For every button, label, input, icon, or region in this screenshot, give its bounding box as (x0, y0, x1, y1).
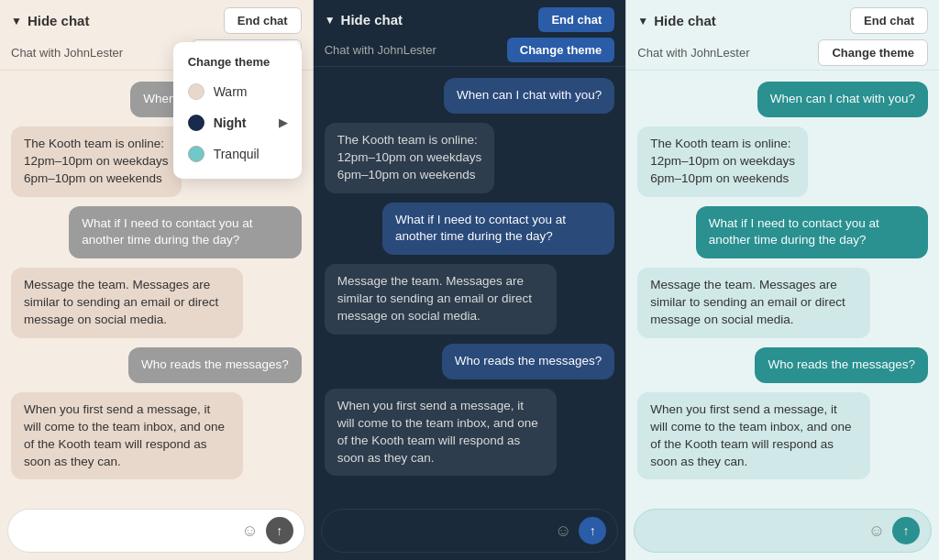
message-user-2: What if I need to contact you at another… (696, 206, 928, 259)
message-bot-5: When you first send a message, it will c… (637, 392, 869, 480)
chevron-down-icon: ▼ (637, 15, 648, 27)
theme-option-label: Night (214, 115, 247, 130)
message-user-0: When can I chat with you? (757, 82, 928, 117)
message-user-4: Who reads the messages? (128, 347, 302, 383)
message-user-2: What if I need to contact you at another… (382, 203, 614, 256)
send-button[interactable]: ↑ (892, 517, 920, 544)
input-area: ☺↑ (321, 509, 619, 553)
messages-area: When can I chat with you?The Kooth team … (314, 67, 626, 501)
emoji-button[interactable]: ☺ (555, 522, 571, 541)
end-chat-button[interactable]: End chat (224, 7, 302, 34)
message-bot-1: The Kooth team is online: 12pm–10pm on w… (11, 126, 182, 197)
chevron-down-icon: ▼ (11, 15, 22, 27)
hide-chat-label: Hide chat (654, 13, 716, 28)
end-chat-button[interactable]: End chat (538, 7, 614, 32)
emoji-button[interactable]: ☺ (241, 522, 258, 541)
message-bot-5: When you first send a message, it will c… (325, 389, 557, 477)
theme-option-night[interactable]: Night▶ (173, 107, 302, 138)
theme-option-tranquil[interactable]: Tranquil (173, 138, 302, 170)
message-user-4: Who reads the messages? (755, 347, 928, 383)
hide-chat-label: Hide chat (28, 13, 90, 28)
chat-title: Chat with JohnLester (325, 43, 436, 57)
chat-header: ▼Hide chatEnd chatChat with JohnLesterCh… (626, 0, 939, 71)
send-button[interactable]: ↑ (579, 517, 606, 544)
message-user-4: Who reads the messages? (442, 344, 615, 379)
chat-title: Chat with JohnLester (11, 46, 123, 60)
message-input[interactable] (646, 523, 860, 538)
change-theme-button[interactable]: Change theme (818, 39, 928, 66)
message-user-2: What if I need to contact you at another… (69, 206, 301, 259)
message-bot-1: The Kooth team is online: 12pm–10pm on w… (637, 126, 808, 197)
message-bot-1: The Kooth team is online: 12pm–10pm on w… (325, 123, 495, 193)
message-bot-3: Message the team. Messages are similar t… (637, 268, 869, 338)
theme-dot-tranquil (188, 146, 204, 162)
theme-option-warm[interactable]: Warm (173, 76, 302, 107)
send-button[interactable]: ↑ (266, 517, 293, 544)
message-input[interactable] (19, 523, 234, 538)
input-area: ☺↑ (7, 509, 305, 553)
theme-dropdown: Change themeWarmNight▶Tranquil (173, 42, 302, 179)
messages-area: When can I chat with you?The Kooth team … (626, 71, 939, 501)
message-bot-3: Message the team. Messages are similar t… (11, 268, 243, 338)
header-top: ▼Hide chatEnd chat (637, 7, 928, 34)
chat-panel-tranquil: ▼Hide chatEnd chatChat with JohnLesterCh… (626, 0, 939, 560)
hide-chat-label: Hide chat (341, 12, 403, 27)
hide-chat-button[interactable]: ▼Hide chat (11, 13, 89, 28)
header-top: ▼Hide chatEnd chat (11, 7, 302, 34)
message-bot-5: When you first send a message, it will c… (11, 392, 243, 480)
hide-chat-button[interactable]: ▼Hide chat (325, 12, 403, 27)
change-theme-button[interactable]: Change theme (507, 38, 615, 62)
chevron-down-icon: ▼ (325, 14, 336, 27)
chevron-right-icon: ▶ (279, 116, 287, 129)
message-user-0: When can I chat with you? (444, 78, 614, 114)
chat-panel-warm: ▼Hide chatEnd chatChat with JohnLesterCh… (0, 0, 313, 560)
message-bot-3: Message the team. Messages are similar t… (325, 264, 557, 335)
header-bottom: Chat with JohnLesterChange theme (325, 38, 615, 62)
theme-option-label: Tranquil (214, 147, 260, 161)
chat-title: Chat with JohnLester (637, 46, 749, 60)
end-chat-button[interactable]: End chat (850, 7, 928, 34)
dropdown-title: Change theme (173, 51, 302, 76)
input-area: ☺↑ (634, 509, 932, 553)
hide-chat-button[interactable]: ▼Hide chat (637, 13, 715, 28)
theme-option-label: Warm (214, 84, 248, 99)
header-top: ▼Hide chatEnd chat (325, 7, 615, 32)
theme-dot-warm (188, 83, 204, 100)
message-input[interactable] (333, 523, 547, 538)
chat-header: ▼Hide chatEnd chatChat with JohnLesterCh… (314, 0, 626, 67)
theme-dot-night (188, 115, 204, 131)
chat-panel-night: ▼Hide chatEnd chatChat with JohnLesterCh… (314, 0, 626, 560)
header-bottom: Chat with JohnLesterChange theme (637, 39, 928, 66)
emoji-button[interactable]: ☺ (868, 522, 885, 541)
